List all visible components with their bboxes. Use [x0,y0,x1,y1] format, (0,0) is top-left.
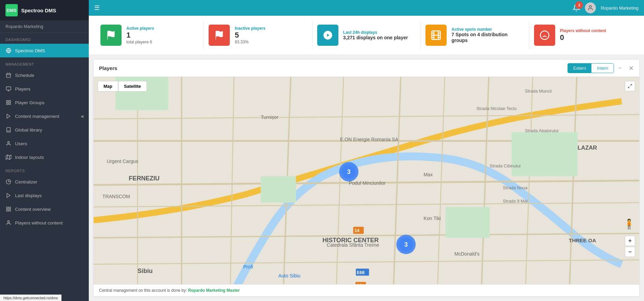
panel-header: Players Extern Intern − ✕ [94,60,639,77]
sidebar-item-player-groups-label: Player Groups [15,100,44,105]
close-panel-button[interactable]: ✕ [629,65,634,72]
svg-text:Catedrala Sfânta Treime: Catedrala Sfânta Treime [327,242,379,248]
last24h-icon-box [317,25,338,46]
svg-rect-9 [6,100,8,102]
map-svg: FERNEZIU HISTORIC CENTER Sibiu LAZAR THR… [94,77,639,284]
svg-text:FERNEZIU: FERNEZIU [129,175,159,182]
map-fullscreen-control [625,81,635,91]
stat-card-players-without-content[interactable]: Players without content 0 [529,21,637,49]
zoom-in-button[interactable]: + [625,236,635,246]
sidebar-item-schedule[interactable]: Schedule [0,68,89,82]
svg-point-24 [589,5,591,8]
view-toggle: Extern Intern [568,63,614,73]
svg-text:3: 3 [404,241,408,248]
map-type-satellite-button[interactable]: Satellite [118,81,147,92]
sidebar-item-users-label: Users [15,141,27,146]
sidebar-item-players-without-content-label: Players without content [15,220,63,225]
inactive-players-text: Inactive players 5 83.33% [235,26,307,44]
svg-text:McDonald's: McDonald's [454,251,480,257]
sidebar-item-centralizer[interactable]: Centralizer [0,175,89,189]
chevron-left-icon: ◀ [81,114,83,119]
players-no-content-icon-box [534,25,555,46]
footer-link[interactable]: Ropardo Marketing Master [188,288,240,293]
map-cluster-2[interactable]: 3 [396,235,416,254]
active-spots-icon-box [425,25,447,46]
svg-rect-11 [9,103,11,105]
sidebar-item-content-overview-label: Content overview [15,207,51,212]
sidebar-item-content-overview[interactable]: Content overview [0,202,89,216]
grid2-icon [5,206,12,212]
play2-icon [5,192,12,199]
minimize-panel-button[interactable]: − [618,65,622,72]
svg-text:Kon Tiki: Kon Tiki [424,216,441,221]
tab-intern[interactable]: Intern [591,64,614,73]
svg-rect-12 [6,103,8,105]
dashboard-label: Dashboard [0,33,89,44]
stats-row: Active players 1 total playere 6 Inactiv… [89,16,644,55]
sidebar-item-content-management-label: Content management [15,114,59,119]
svg-text:Strada Cibinului: Strada Cibinului [490,163,521,168]
app-name: Spectroo DMS [21,8,56,13]
map-cluster-1[interactable]: 3 [339,162,359,181]
svg-text:Turnișor: Turnișor [261,114,279,120]
notification-badge: 2 [575,1,583,9]
street-view-pegman[interactable]: 🧍 [623,218,635,230]
svg-rect-10 [9,100,11,102]
map-icon [5,154,12,160]
active-spots-value: 7 Spots on 4 distribution groups [451,32,524,43]
inactive-players-value: 5 [235,31,307,40]
avatar[interactable] [585,2,596,13]
svg-text:Profi: Profi [243,264,253,270]
account-name: Ropardo Marketing [0,20,89,33]
user2-icon [5,220,12,226]
svg-rect-60 [512,132,577,176]
inactive-players-sub: 83.33% [235,40,307,44]
svg-text:Podul Minciunilor: Podul Minciunilor [349,180,386,186]
app-logo: DMS [5,4,18,16]
sidebar-item-users[interactable]: Users [0,137,89,150]
sidebar-item-global-library-label: Global library [15,127,42,133]
film-icon [431,30,441,40]
sidebar-item-players[interactable]: Players [0,82,89,96]
panel-footer: Central management on this account is do… [94,284,639,296]
hamburger-menu[interactable]: ☰ [94,4,100,12]
active-players-value: 1 [126,31,199,40]
sidebar-item-players-without-content[interactable]: Players without content [0,216,89,230]
reports-section-label: Reports [0,164,89,175]
last24h-value: 3,271 displays on one player [343,35,416,41]
calendar-icon [5,72,12,78]
fullscreen-button[interactable] [625,81,635,91]
svg-text:Strada 9 Mai: Strada 9 Mai [503,199,528,204]
svg-text:Strada Nicolae Teclu: Strada Nicolae Teclu [476,106,517,111]
sidebar-item-last-displays[interactable]: Last displays [0,189,89,202]
zoom-out-button[interactable]: − [625,247,635,257]
stat-card-last-24h[interactable]: Last 24h displays 3,271 displays on one … [312,21,421,49]
sidebar-item-content-management[interactable]: Content management ◀ [0,109,89,123]
svg-text:E.ON Energie Romania SA: E.ON Energie Romania SA [340,137,398,142]
svg-text:Urgent Cargus: Urgent Cargus [107,159,138,164]
svg-text:14: 14 [354,228,360,233]
svg-point-23 [8,221,9,222]
content-area: Players Extern Intern − ✕ [89,55,644,301]
players-no-content-value: 0 [560,33,632,42]
sidebar-header: DMS Spectroo DMS [0,0,89,20]
sidebar-item-spectroo-dms[interactable]: Spectroo DMS [0,44,89,57]
map-type-map-button[interactable]: Map [98,81,118,92]
topbar-right: 2 Ropardo Marketing [573,2,639,13]
stat-card-active-players[interactable]: Active players 1 total playere 6 [96,21,204,49]
sidebar-item-indoor-layouts[interactable]: Indoor layouts [0,150,89,164]
stat-card-inactive-players[interactable]: Inactive players 5 83.33% [204,21,312,49]
sidebar-item-global-library[interactable]: Global library [0,123,89,137]
stat-card-active-spots[interactable]: Active spots number 7 Spots on 4 distrib… [421,21,529,49]
notifications[interactable]: 2 [573,4,580,12]
fullscreen-icon [628,84,632,88]
panel-title: Players [99,65,563,71]
sidebar: DMS Spectroo DMS Ropardo Marketing Dashb… [0,0,89,301]
sidebar-item-spectroo-dms-label: Spectroo DMS [15,48,45,53]
svg-rect-59 [446,207,490,238]
sidebar-item-centralizer-label: Centralizer [15,179,37,184]
active-spots-title: Active spots number [451,27,524,32]
active-spots-text: Active spots number 7 Spots on 4 distrib… [451,27,524,43]
sidebar-item-player-groups[interactable]: Player Groups [0,96,89,109]
tab-extern[interactable]: Extern [568,64,592,73]
